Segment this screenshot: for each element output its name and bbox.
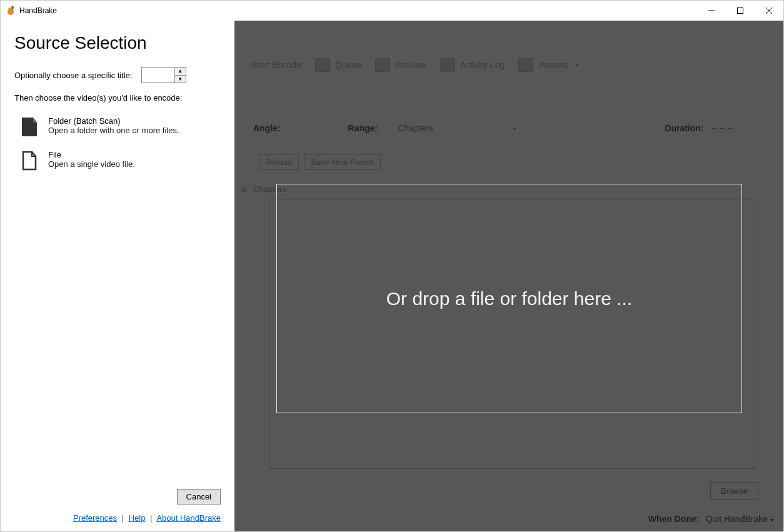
panel-heading: Source Selection	[14, 33, 221, 53]
browse-row: Browse	[710, 482, 758, 500]
reload-button[interactable]: Reload	[259, 154, 299, 170]
spinner-up[interactable]: ▲	[175, 68, 186, 76]
range-value: Chapters	[398, 123, 433, 133]
svg-rect-6	[22, 118, 33, 136]
title-bar: HandBrake	[1, 1, 783, 21]
cancel-button[interactable]: Cancel	[177, 489, 221, 504]
cancel-row: Cancel	[14, 489, 221, 504]
range-dash: -	[513, 123, 516, 133]
queue-icon	[315, 58, 330, 72]
title-spinner-row: Optionally choose a specific title: ▲ ▼	[14, 67, 221, 83]
folder-subtitle: Open a folder with one or more files.	[48, 126, 179, 135]
instruction-text: Then choose the video(s) you'd like to e…	[14, 93, 221, 103]
toolbar-start-encode[interactable]: Start Encode	[247, 59, 305, 71]
toolbar-activity-log[interactable]: Activity Log	[436, 57, 509, 73]
source-file-option[interactable]: File Open a single video file.	[14, 148, 221, 174]
range-label: Range:	[348, 123, 378, 133]
spinner-buttons: ▲ ▼	[174, 68, 186, 83]
presets-label: Presets	[538, 60, 568, 70]
save-new-preset-button[interactable]: Save New Preset	[304, 154, 380, 170]
activity-log-label: Activity Log	[460, 60, 505, 70]
about-link[interactable]: About HandBrake	[156, 513, 221, 523]
preview-icon	[375, 58, 390, 72]
spinner-down[interactable]: ▼	[175, 76, 186, 83]
folder-icon	[21, 116, 38, 138]
tab-fragment[interactable]: al	[241, 184, 247, 194]
help-link[interactable]: Help	[129, 513, 146, 523]
app-window: HandBrake Source Selection Optionally ch…	[0, 0, 784, 532]
file-subtitle: Open a single video file.	[48, 159, 135, 169]
svg-rect-3	[738, 8, 743, 14]
folder-title: Folder (Batch Scan)	[48, 116, 179, 126]
duration-value: --:--:--	[711, 123, 733, 133]
close-button[interactable]	[755, 1, 783, 21]
toolbar-queue[interactable]: Queue	[311, 57, 365, 73]
toolbar-presets[interactable]: Presets	[515, 57, 582, 73]
file-text: File Open a single video file.	[48, 150, 135, 169]
maximize-button[interactable]	[726, 1, 755, 21]
window-controls	[697, 1, 783, 21]
queue-label: Queue	[335, 60, 361, 70]
when-done-label: When Done:	[648, 514, 700, 524]
title-spinner[interactable]: ▲ ▼	[141, 67, 186, 83]
bottom-row: When Done: Quit HandBrake	[648, 514, 773, 524]
angle-label: Angle:	[253, 123, 281, 133]
chip-row: Reload Save New Preset	[259, 154, 381, 170]
source-selection-panel: Source Selection Optionally choose a spe…	[1, 21, 234, 531]
start-encode-label: Start Encode	[251, 60, 301, 70]
activity-log-icon	[440, 58, 455, 72]
toolbar: Start Encode Queue Preview Activity Log …	[234, 57, 583, 73]
file-title: File	[48, 150, 135, 159]
app-title: HandBrake	[19, 6, 57, 15]
links-row: Preferences | Help | About HandBrake	[14, 513, 221, 523]
svg-point-0	[8, 9, 14, 15]
title-bar-left: HandBrake	[6, 6, 57, 16]
source-folder-option[interactable]: Folder (Batch Scan) Open a folder with o…	[14, 114, 221, 140]
title-spinner-input[interactable]	[142, 68, 174, 83]
toolbar-preview[interactable]: Preview	[371, 57, 430, 73]
file-icon	[21, 150, 38, 171]
duration-label: Duration:	[665, 123, 703, 133]
main-area-dimmed: Start Encode Queue Preview Activity Log …	[234, 21, 783, 531]
when-done-dropdown[interactable]: Quit HandBrake	[705, 514, 773, 524]
minimize-button[interactable]	[697, 1, 726, 21]
folder-text: Folder (Batch Scan) Open a folder with o…	[48, 116, 179, 135]
info-row: Angle: Range: Chapters - Duration: --:--…	[253, 123, 771, 133]
app-icon	[6, 6, 16, 16]
presets-icon	[518, 58, 533, 72]
title-spinner-label: Optionally choose a specific title:	[14, 71, 133, 80]
body-area: Source Selection Optionally choose a spe…	[1, 21, 783, 531]
drop-zone-text: Or drop a file or folder here ...	[386, 288, 633, 309]
preview-label: Preview	[395, 60, 426, 70]
drop-zone[interactable]: Or drop a file or folder here ...	[276, 184, 742, 413]
preferences-link[interactable]: Preferences	[73, 513, 117, 523]
browse-button[interactable]: Browse	[710, 482, 758, 500]
